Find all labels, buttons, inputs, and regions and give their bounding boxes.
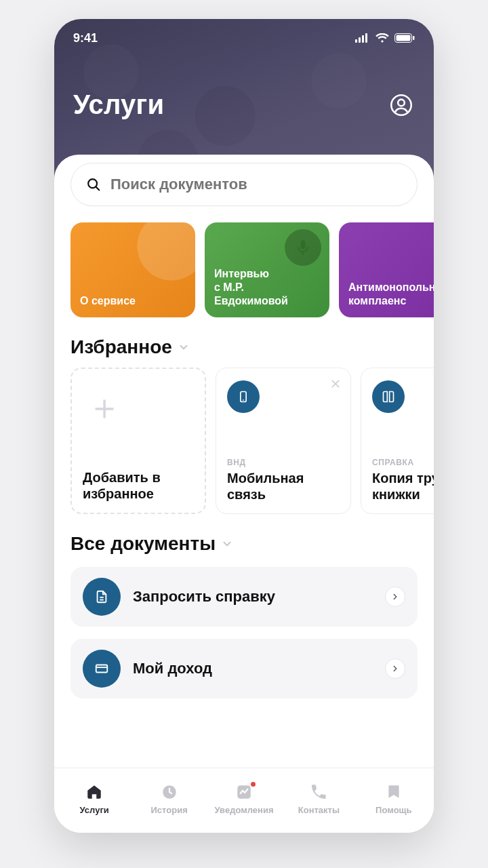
svg-rect-6 [413,36,415,40]
favorite-icon-circle [227,380,260,413]
tab-history[interactable]: История [131,783,206,815]
featured-card-title: Антимонопольный комплаенс [348,281,434,308]
document-item-icon [83,650,121,688]
tab-contacts[interactable]: Контакты [281,783,356,815]
tab-label: История [150,805,187,815]
tab-label: Помощь [375,805,411,815]
book-icon [382,390,395,403]
tab-label: Уведомления [215,805,274,815]
document-item-icon [83,578,121,616]
content-sheet: О сервисе Интервью с М.Р. Евдокимовой Ан… [54,155,434,833]
search-input[interactable] [110,176,402,193]
card-icon [94,661,109,676]
favorite-title: Мобильная связь [227,470,340,502]
microphone-badge [285,229,321,266]
featured-card-compliance[interactable]: Антимонопольный комплаенс [339,222,434,317]
tab-notifications[interactable]: Уведомления [207,783,281,815]
plus-icon: ＋ [87,389,122,425]
document-item-arrow [385,587,405,607]
bookmark-icon [385,783,403,801]
chevron-down-icon [221,538,233,550]
section-favorites-header[interactable]: Избранное [54,317,434,368]
search-icon [86,177,101,192]
favorite-category: СПРАВКА [372,458,434,467]
section-favorites-title: Избранное [70,336,172,358]
chevron-right-icon [390,664,400,673]
close-icon [330,378,341,389]
featured-card-title: Интервью с М.Р. Евдокимовой [214,267,320,308]
page-title: Услуги [73,90,164,120]
featured-card-title: О сервисе [80,294,136,308]
notification-badge [235,783,253,801]
chart-icon [235,783,253,801]
tab-label: Услуги [80,805,109,815]
add-favorite-label: Добавить в избранное [83,469,194,502]
tab-label: Контакты [298,805,340,815]
status-bar: 9:41 [54,19,434,57]
tab-bar: Услуги История Уведомления Контакты Помо… [54,768,434,833]
search-bar[interactable] [70,163,418,206]
featured-row[interactable]: О сервисе Интервью с М.Р. Евдокимовой Ан… [54,222,434,317]
featured-card-about[interactable]: О сервисе [70,222,195,317]
section-documents-title: Все документы [70,533,216,555]
status-time: 9:41 [73,31,98,45]
file-icon [94,589,109,604]
svg-rect-1 [359,37,361,43]
section-documents-header[interactable]: Все документы [54,514,434,564]
documents-list: Запросить справку Мой доход [54,564,434,698]
favorite-icon-circle [372,380,405,413]
microphone-icon [294,239,312,256]
phone-icon [310,783,327,801]
home-icon [85,783,103,801]
svg-rect-0 [355,39,357,43]
document-item-title: Мой доход [133,660,373,677]
phone-device-icon [237,390,250,403]
wifi-icon [375,33,389,43]
battery-icon [394,33,415,43]
scroll-area[interactable]: О сервисе Интервью с М.Р. Евдокимовой Ан… [54,155,434,768]
favorites-row[interactable]: ＋ Добавить в избранное ВНД Мобильная свя… [54,368,434,514]
chevron-down-icon [178,341,190,353]
svg-rect-3 [365,33,367,43]
favorite-card[interactable]: СПРАВКА Копия трудовой книжки [361,368,434,514]
document-item-arrow [385,658,405,679]
app-screen: 9:41 Услуги О сервисе Интервью с [54,19,434,833]
clock-icon [161,783,178,801]
favorite-title: Копия трудовой книжки [372,470,434,502]
cellular-icon [355,33,370,43]
remove-favorite-button[interactable] [330,378,341,391]
header-row: Услуги [54,57,434,120]
favorite-category: ВНД [227,458,340,467]
svg-point-8 [398,99,405,106]
profile-button[interactable] [388,92,415,119]
svg-line-10 [96,187,100,191]
tab-services[interactable]: Услуги [57,783,131,815]
svg-rect-11 [301,240,306,249]
svg-rect-2 [362,35,364,43]
status-icons [355,33,415,43]
svg-rect-18 [96,665,108,673]
tab-help[interactable]: Помощь [357,783,431,815]
favorite-card[interactable]: ВНД Мобильная связь [216,368,351,514]
document-item-income[interactable]: Мой доход [70,639,418,698]
document-item-request[interactable]: Запросить справку [70,567,418,627]
user-circle-icon [390,94,413,117]
document-item-title: Запросить справку [133,588,373,606]
svg-point-7 [391,95,411,115]
featured-card-interview[interactable]: Интервью с М.Р. Евдокимовой [205,222,329,317]
svg-rect-5 [396,35,411,41]
add-favorite-card[interactable]: ＋ Добавить в избранное [70,368,206,514]
chevron-right-icon [390,592,400,601]
